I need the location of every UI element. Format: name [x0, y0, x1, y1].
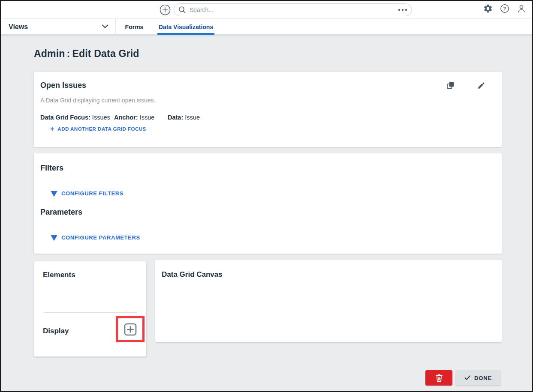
tab-data-visualizations-label: Data Visualizations: [159, 24, 213, 30]
add-square-icon: [123, 323, 137, 336]
gear-icon: [483, 4, 493, 13]
page-title: Admin:Edit Data Grid: [34, 48, 139, 60]
configure-filters-label: CONFIGURE FILTERS: [61, 190, 123, 197]
more-options-icon: [398, 9, 407, 11]
nav-bar: Views Forms Data Visualizations: [1, 19, 532, 35]
elements-title: Elements: [43, 271, 75, 279]
search-input[interactable]: [186, 6, 393, 13]
open-issues-card: Open Issues A Data Grid displaying curre…: [34, 72, 502, 147]
page-title-prefix: Admin: [34, 48, 65, 59]
filters-title: Filters: [40, 164, 63, 173]
duplicate-button[interactable]: [443, 78, 457, 92]
settings-button[interactable]: [483, 4, 493, 13]
plus-icon: +: [50, 126, 54, 132]
open-issues-title: Open Issues: [40, 81, 86, 90]
elements-panel: Elements Display: [34, 261, 147, 357]
configure-parameters-button[interactable]: CONFIGURE PARAMETERS: [51, 234, 140, 241]
help-icon: ?: [500, 4, 509, 13]
delete-button[interactable]: [425, 370, 452, 386]
views-dropdown[interactable]: Views: [1, 19, 115, 35]
open-issues-actions: [443, 78, 488, 92]
done-button-label: DONE: [474, 375, 492, 381]
filters-parameters-card: Filters CONFIGURE FILTERS Parameters CON…: [34, 153, 502, 254]
tab-forms[interactable]: Forms: [120, 19, 148, 35]
nav-divider: [115, 19, 116, 35]
user-profile-button[interactable]: [517, 4, 526, 13]
app-window: ? Views Forms Data Visualizations: [0, 0, 533, 392]
add-another-data-grid-focus-label: ADD ANOTHER DATA GRID FOCUS: [57, 126, 146, 132]
tab-data-visualizations[interactable]: Data Visualizations: [157, 19, 214, 35]
add-circle-icon: [160, 4, 171, 15]
filter-funnel-icon: [51, 191, 57, 197]
search-more-options-button[interactable]: [393, 4, 412, 16]
svg-text:?: ?: [503, 6, 506, 11]
focus-field-label: Anchor:: [114, 114, 138, 121]
focus-field: Data Grid Focus: Issues: [40, 114, 110, 121]
configure-parameters-label: CONFIGURE PARAMETERS: [61, 234, 140, 241]
trash-icon: [436, 374, 443, 382]
header-actions: ?: [483, 4, 526, 13]
top-header-bar: ?: [1, 1, 532, 19]
tab-forms-label: Forms: [125, 24, 144, 30]
add-another-data-grid-focus-button[interactable]: + ADD ANOTHER DATA GRID FOCUS: [50, 126, 146, 132]
focus-field-value: Issue: [185, 114, 200, 121]
help-button[interactable]: ?: [500, 4, 509, 13]
parameters-title: Parameters: [40, 208, 82, 217]
open-issues-description: A Data Grid displaying current open issu…: [40, 97, 155, 104]
configure-filters-button[interactable]: CONFIGURE FILTERS: [51, 190, 123, 197]
done-button[interactable]: DONE: [456, 370, 500, 386]
page-title-main: Edit Data Grid: [72, 48, 139, 59]
page-title-separator: :: [67, 48, 70, 59]
focus-field-value: Issues: [92, 114, 110, 121]
chevron-down-icon: [102, 24, 108, 29]
user-icon: [517, 4, 526, 13]
focus-field-value: Issue: [140, 114, 155, 121]
checkmark-icon: [464, 375, 470, 380]
add-display-element-button[interactable]: [123, 323, 137, 336]
focus-field: Anchor: Issue: [114, 114, 154, 121]
edit-button[interactable]: [474, 78, 488, 92]
focus-field-label: Data:: [168, 114, 183, 121]
focus-field: Data: Issue: [168, 114, 200, 121]
filter-funnel-icon: [51, 235, 57, 241]
add-button[interactable]: [159, 4, 171, 16]
data-grid-canvas-title: Data Grid Canvas: [162, 270, 223, 279]
data-grid-canvas-panel: Data Grid Canvas: [155, 260, 502, 342]
focus-field-label: Data Grid Focus:: [40, 114, 90, 121]
views-dropdown-label: Views: [9, 23, 28, 31]
highlight-annotation: [116, 316, 145, 342]
display-label: Display: [43, 327, 69, 335]
edit-pencil-icon: [477, 81, 485, 90]
search-bar: [174, 3, 412, 16]
search-icon: [178, 6, 186, 14]
elements-divider: [44, 312, 137, 313]
copy-icon: [446, 81, 455, 90]
